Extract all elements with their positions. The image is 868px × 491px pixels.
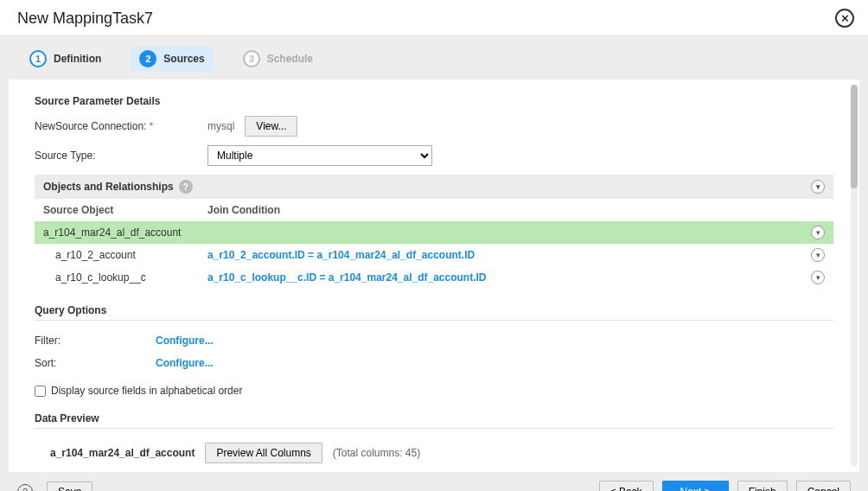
join-condition-link[interactable]: a_r10_2_account.ID = a_r104_mar24_al_df_… xyxy=(207,249,825,261)
save-button[interactable]: Save xyxy=(47,481,93,491)
objects-header: Objects and Relationships ? ▾ xyxy=(35,175,833,199)
objects-relationships-panel: Objects and Relationships ? ▾ Source Obj… xyxy=(35,175,833,289)
wizard-body: 1 Definition 2 Sources 3 Schedule Source… xyxy=(0,35,868,491)
source-type-label: Source Type: xyxy=(35,150,207,162)
finish-button[interactable]: Finish xyxy=(737,481,788,491)
connection-label: NewSource Connection: * xyxy=(35,120,207,132)
col-join-condition: Join Condition xyxy=(207,204,825,216)
view-connection-button[interactable]: View... xyxy=(245,116,297,137)
row-filter: Filter: Configure... xyxy=(35,329,833,352)
cancel-button[interactable]: Cancel xyxy=(796,481,851,491)
objects-column-headers: Source Object Join Condition xyxy=(35,199,833,221)
alpha-order-checkbox[interactable] xyxy=(35,386,46,397)
help-icon[interactable]: ? xyxy=(17,484,33,491)
step-number: 3 xyxy=(243,50,260,67)
content-scroll: Source Parameter Details NewSource Conne… xyxy=(9,80,859,472)
object-row[interactable]: a_r10_2_account a_r10_2_account.ID = a_r… xyxy=(35,244,833,266)
row-connection: NewSource Connection: * mysql View... xyxy=(35,116,833,137)
row-menu-icon[interactable]: ▾ xyxy=(811,248,825,262)
step-label: Schedule xyxy=(267,53,313,65)
titlebar: New MappingTask7 ✕ xyxy=(0,0,868,35)
step-number: 1 xyxy=(29,50,47,67)
data-preview-row: a_r104_mar24_al_df_account Preview All C… xyxy=(35,437,833,463)
step-number: 2 xyxy=(139,50,156,67)
object-name: a_r104_mar24_al_df_account xyxy=(43,226,207,239)
vertical-scrollbar[interactable] xyxy=(851,85,858,467)
col-source-object: Source Object xyxy=(43,204,207,216)
filter-label: Filter: xyxy=(35,335,156,347)
step-sources[interactable]: 2 Sources xyxy=(131,47,213,71)
query-options: Query Options Filter: Configure... Sort:… xyxy=(35,304,833,374)
total-columns-text: (Total columns: 45) xyxy=(333,447,420,459)
sort-label: Sort: xyxy=(35,357,156,369)
preview-all-columns-button[interactable]: Preview All Columns xyxy=(205,443,322,463)
close-button[interactable]: ✕ xyxy=(835,9,854,28)
content-panel: Source Parameter Details NewSource Conne… xyxy=(9,80,859,472)
object-name: a_r10_2_account xyxy=(43,249,207,261)
scrollbar-thumb[interactable] xyxy=(851,85,858,188)
object-row[interactable]: a_r10_c_lookup__c a_r10_c_lookup__c.ID =… xyxy=(35,266,833,289)
alpha-order-label: Display source fields in alphabetical or… xyxy=(51,385,242,397)
step-schedule[interactable]: 3 Schedule xyxy=(234,47,322,71)
preview-object-name: a_r104_mar24_al_df_account xyxy=(50,447,195,459)
row-source-type: Source Type: Multiple xyxy=(35,145,833,166)
source-type-select[interactable]: Multiple xyxy=(207,145,432,166)
panel-menu-icon[interactable]: ▾ xyxy=(811,180,825,194)
dialog-footer: ? Save < Back Next > Finish Cancel xyxy=(0,472,868,491)
back-button[interactable]: < Back xyxy=(599,481,654,491)
section-query-options: Query Options xyxy=(35,304,833,321)
object-row[interactable]: a_r104_mar24_al_df_account ▾ xyxy=(35,221,833,244)
required-asterisk: * xyxy=(146,120,153,132)
footer-actions: < Back Next > Finish Cancel xyxy=(599,481,851,491)
row-alpha-order: Display source fields in alphabetical or… xyxy=(35,385,833,397)
configure-sort-link[interactable]: Configure... xyxy=(156,357,214,369)
wizard-steps: 1 Definition 2 Sources 3 Schedule xyxy=(0,40,868,80)
join-condition-link[interactable]: a_r10_c_lookup__c.ID = a_r104_mar24_al_d… xyxy=(207,271,825,284)
row-sort: Sort: Configure... xyxy=(35,352,833,374)
step-label: Sources xyxy=(163,53,204,65)
configure-filter-link[interactable]: Configure... xyxy=(156,335,214,347)
next-button[interactable]: Next > xyxy=(662,481,729,491)
row-menu-icon[interactable]: ▾ xyxy=(811,271,825,284)
help-icon[interactable]: ? xyxy=(179,180,193,194)
object-name: a_r10_c_lookup__c xyxy=(43,271,207,284)
dialog-title: New MappingTask7 xyxy=(17,10,153,28)
connection-value: mysql xyxy=(207,120,234,132)
section-source-param-details: Source Parameter Details xyxy=(35,95,833,107)
row-menu-icon[interactable]: ▾ xyxy=(811,226,825,239)
section-data-preview: Data Preview xyxy=(35,412,833,429)
dialog: New MappingTask7 ✕ 1 Definition 2 Source… xyxy=(0,0,868,491)
step-definition[interactable]: 1 Definition xyxy=(21,47,110,71)
step-label: Definition xyxy=(54,53,101,65)
